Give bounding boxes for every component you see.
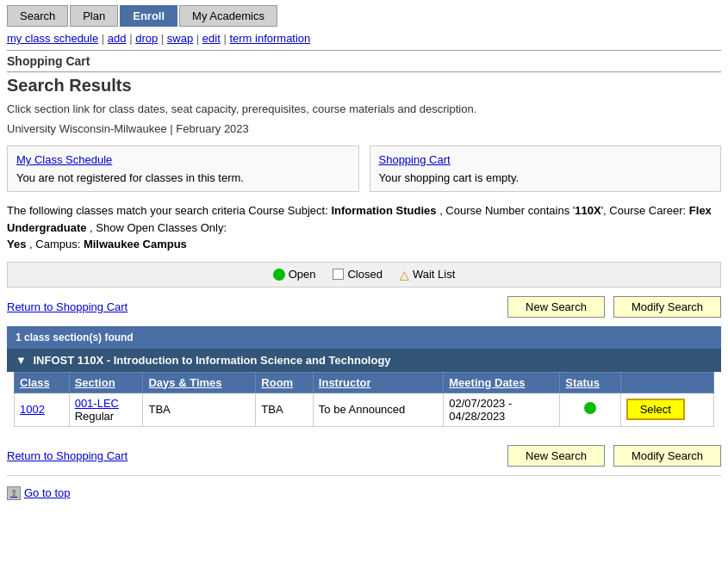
shopping-cart-link[interactable]: Shopping Cart — [379, 153, 451, 166]
cell-class-num: 1002 — [15, 393, 70, 426]
col-header-status[interactable]: Status — [560, 372, 620, 393]
subnav-term-information[interactable]: term information — [229, 32, 310, 45]
select-button[interactable]: Select — [626, 399, 685, 420]
goto-top-label: Go to top — [24, 486, 70, 499]
legend-waitlist: △ Wait List — [400, 268, 455, 281]
tab-enroll[interactable]: Enroll — [120, 5, 177, 27]
col-header-room[interactable]: Room — [256, 372, 314, 393]
course-row: ▼ INFOST 110X - Introduction to Informat… — [7, 349, 721, 372]
new-search-button-bottom[interactable]: New Search — [507, 445, 605, 467]
goto-top-section: ⇧ Go to top — [0, 479, 728, 507]
shopping-cart-box: Shopping Cart Your shopping cart is empt… — [370, 145, 722, 192]
new-search-button-top[interactable]: New Search — [507, 296, 605, 318]
results-count: 1 class section(s) found — [16, 331, 134, 343]
my-class-schedule-link[interactable]: My Class Schedule — [16, 153, 112, 166]
subnav-my-class-schedule[interactable]: my class schedule — [7, 32, 98, 45]
tab-plan[interactable]: Plan — [70, 5, 118, 27]
subnav-drop[interactable]: drop — [135, 32, 158, 45]
section-type: Regular — [75, 410, 115, 423]
bottom-buttons-row: Return to Shopping Cart New Search Modif… — [0, 440, 728, 472]
subnav-sep1: | — [102, 32, 108, 45]
status-open-icon — [584, 402, 596, 414]
criteria-mid3: , Show Open Classes Only: — [90, 221, 227, 234]
tab-search[interactable]: Search — [7, 5, 68, 27]
col-header-meeting-dates[interactable]: Meeting Dates — [444, 372, 560, 393]
bottom-action-buttons: New Search Modify Search — [507, 445, 721, 467]
subnav-sep3: | — [161, 32, 167, 45]
waitlist-triangle-icon: △ — [400, 268, 409, 281]
top-action-buttons: New Search Modify Search — [507, 296, 721, 318]
search-criteria: The following classes match your search … — [0, 197, 728, 258]
subnav-add[interactable]: add — [108, 32, 127, 45]
return-to-cart-link-top[interactable]: Return to Shopping Cart — [7, 300, 504, 313]
section-link[interactable]: 001-LEC — [75, 397, 119, 410]
meeting-start: 02/07/2023 - — [449, 397, 512, 410]
top-nav: Search Plan Enroll My Academics — [0, 0, 728, 27]
open-circle-icon — [273, 269, 285, 281]
criteria-subject: Information Studies — [331, 204, 436, 217]
course-dropdown-arrow-icon: ▼ — [16, 354, 27, 367]
goto-top-link[interactable]: ⇧ Go to top — [7, 486, 721, 500]
return-to-cart-link-bottom[interactable]: Return to Shopping Cart — [7, 449, 504, 462]
col-header-action — [620, 372, 713, 393]
info-boxes: My Class Schedule You are not registered… — [0, 140, 728, 197]
legend-open-label: Open — [289, 268, 316, 281]
goto-top-icon: ⇧ — [7, 486, 21, 500]
cell-select: Select — [620, 393, 713, 426]
results-header: 1 class section(s) found — [7, 326, 721, 349]
bottom-divider — [7, 475, 721, 476]
criteria-mid1: , Course Number contains ' — [439, 204, 575, 217]
col-header-class[interactable]: Class — [15, 372, 70, 393]
cell-room: TBA — [256, 393, 314, 426]
sub-nav: my class schedule | add | drop | swap | … — [0, 27, 728, 50]
subnav-sep4: | — [196, 32, 202, 45]
cell-section: 001-LEC Regular — [69, 393, 143, 426]
cell-days-times: TBA — [143, 393, 256, 426]
description-text: Click section link for class dates, seat… — [0, 101, 728, 121]
criteria-number: 110X — [575, 204, 600, 217]
legend-closed-label: Closed — [347, 268, 382, 281]
class-num-link[interactable]: 1002 — [20, 403, 45, 416]
page-title: Search Results — [0, 72, 728, 101]
legend-closed: Closed — [333, 268, 382, 281]
modify-search-button-top[interactable]: Modify Search — [613, 296, 721, 318]
subnav-edit[interactable]: edit — [202, 32, 221, 45]
col-header-days-times[interactable]: Days & Times — [143, 372, 256, 393]
criteria-campus: Milwaukee Campus — [84, 238, 187, 250]
course-name: INFOST 110X - Introduction to Informatio… — [34, 354, 391, 367]
tab-my-academics[interactable]: My Academics — [179, 5, 277, 27]
col-header-section[interactable]: Section — [69, 372, 143, 393]
criteria-mid2: ', Course Career: — [601, 204, 687, 217]
shopping-cart-text: Your shopping cart is empty. — [379, 171, 712, 184]
university-info: University Wisconsin-Milwaukee | Februar… — [0, 121, 728, 140]
criteria-mid4: , Campus: — [29, 238, 80, 250]
cell-status — [560, 393, 620, 426]
col-header-instructor[interactable]: Instructor — [313, 372, 443, 393]
top-buttons-row: Return to Shopping Cart New Search Modif… — [0, 291, 728, 323]
legend-waitlist-label: Wait List — [413, 268, 455, 281]
my-class-schedule-text: You are not registered for classes in th… — [16, 171, 350, 184]
legend-bar: Open Closed △ Wait List — [7, 262, 721, 288]
cell-meeting-dates: 02/07/2023 - 04/28/2023 — [444, 393, 560, 426]
my-class-schedule-box: My Class Schedule You are not registered… — [7, 145, 359, 192]
criteria-prefix: The following classes match your search … — [7, 204, 328, 217]
legend-open: Open — [273, 268, 316, 281]
meeting-end: 04/28/2023 — [449, 410, 505, 423]
table-row: 1002 001-LEC Regular TBA TBA To be Annou… — [15, 393, 714, 426]
subnav-swap[interactable]: swap — [167, 32, 193, 45]
criteria-open-only: Yes — [7, 238, 26, 250]
class-table-wrapper: Class Section Days & Times Room Instruct… — [7, 372, 721, 427]
closed-square-icon — [333, 269, 344, 280]
class-table: Class Section Days & Times Room Instruct… — [14, 372, 714, 427]
cell-instructor: To be Announced — [313, 393, 443, 426]
modify-search-button-bottom[interactable]: Modify Search — [613, 445, 721, 467]
shopping-cart-heading: Shopping Cart — [0, 51, 728, 71]
